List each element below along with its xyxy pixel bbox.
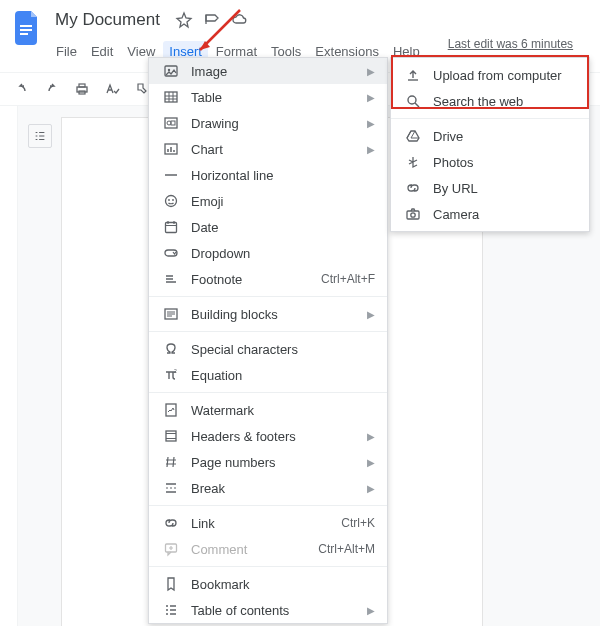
submenu-arrow-icon: ▶ bbox=[367, 605, 375, 616]
menu-item-label: Search the web bbox=[433, 94, 577, 109]
emoji-icon bbox=[163, 193, 179, 209]
menu-item-label: Bookmark bbox=[191, 577, 375, 592]
insert-item-date[interactable]: Date bbox=[149, 214, 387, 240]
insert-item-dropdown[interactable]: Dropdown bbox=[149, 240, 387, 266]
hr-icon bbox=[163, 167, 179, 183]
docs-logo-icon[interactable] bbox=[12, 8, 44, 48]
image-item-search-the-web[interactable]: Search the web bbox=[391, 88, 589, 114]
menu-item-label: Page numbers bbox=[191, 455, 355, 470]
menu-item-label: By URL bbox=[433, 181, 577, 196]
star-icon[interactable] bbox=[175, 11, 193, 29]
menu-item-label: Camera bbox=[433, 207, 577, 222]
pi-icon bbox=[163, 367, 179, 383]
insert-item-chart[interactable]: Chart▶ bbox=[149, 136, 387, 162]
insert-item-page-numbers[interactable]: Page numbers▶ bbox=[149, 449, 387, 475]
submenu-arrow-icon: ▶ bbox=[367, 92, 375, 103]
spellcheck-button[interactable] bbox=[102, 79, 122, 99]
insert-item-table-of-contents[interactable]: Table of contents▶ bbox=[149, 597, 387, 623]
menu-item-label: Drawing bbox=[191, 116, 355, 131]
insert-item-special-characters[interactable]: Special characters bbox=[149, 336, 387, 362]
insert-item-table[interactable]: Table▶ bbox=[149, 84, 387, 110]
submenu-arrow-icon: ▶ bbox=[367, 66, 375, 77]
menu-item-label: Building blocks bbox=[191, 307, 355, 322]
menu-item-label: Table of contents bbox=[191, 603, 355, 618]
submenu-arrow-icon: ▶ bbox=[367, 483, 375, 494]
search-icon bbox=[405, 93, 421, 109]
menu-item-label: Horizontal line bbox=[191, 168, 375, 183]
menu-item-label: Date bbox=[191, 220, 375, 235]
image-submenu: Upload from computerSearch the webDriveP… bbox=[390, 57, 590, 232]
menu-item-label: Break bbox=[191, 481, 355, 496]
menu-file[interactable]: File bbox=[50, 41, 83, 62]
print-button[interactable] bbox=[72, 79, 92, 99]
shortcut-hint: Ctrl+Alt+F bbox=[321, 272, 375, 286]
hash-icon bbox=[163, 454, 179, 470]
menu-item-label: Image bbox=[191, 64, 355, 79]
link-icon bbox=[163, 515, 179, 531]
submenu-arrow-icon: ▶ bbox=[367, 144, 375, 155]
upload-icon bbox=[405, 67, 421, 83]
insert-item-image[interactable]: Image▶ bbox=[149, 58, 387, 84]
insert-item-building-blocks[interactable]: Building blocks▶ bbox=[149, 301, 387, 327]
menu-item-label: Chart bbox=[191, 142, 355, 157]
table-icon bbox=[163, 89, 179, 105]
cloud-status-icon[interactable] bbox=[231, 11, 249, 29]
vertical-ruler bbox=[0, 106, 18, 626]
image-item-by-url[interactable]: By URL bbox=[391, 175, 589, 201]
bookmark-icon bbox=[163, 576, 179, 592]
blocks-icon bbox=[163, 306, 179, 322]
insert-item-link[interactable]: LinkCtrl+K bbox=[149, 510, 387, 536]
insert-item-watermark[interactable]: Watermark bbox=[149, 397, 387, 423]
shortcut-hint: Ctrl+Alt+M bbox=[318, 542, 375, 556]
camera-icon bbox=[405, 206, 421, 222]
insert-item-emoji[interactable]: Emoji bbox=[149, 188, 387, 214]
chart-icon bbox=[163, 141, 179, 157]
submenu-arrow-icon: ▶ bbox=[367, 118, 375, 129]
menu-item-label: Dropdown bbox=[191, 246, 375, 261]
menu-item-label: Footnote bbox=[191, 272, 309, 287]
image-item-camera[interactable]: Camera bbox=[391, 201, 589, 227]
watermark-icon bbox=[163, 402, 179, 418]
url-icon bbox=[405, 180, 421, 196]
insert-item-headers-footers[interactable]: Headers & footers▶ bbox=[149, 423, 387, 449]
insert-item-break[interactable]: Break▶ bbox=[149, 475, 387, 501]
shortcut-hint: Ctrl+K bbox=[341, 516, 375, 530]
headers-icon bbox=[163, 428, 179, 444]
insert-item-bookmark[interactable]: Bookmark bbox=[149, 571, 387, 597]
break-icon bbox=[163, 480, 179, 496]
image-icon bbox=[163, 63, 179, 79]
menu-item-label: Photos bbox=[433, 155, 577, 170]
submenu-arrow-icon: ▶ bbox=[367, 457, 375, 468]
undo-button[interactable] bbox=[12, 79, 32, 99]
menu-item-label: Emoji bbox=[191, 194, 375, 209]
menu-item-label: Link bbox=[191, 516, 329, 531]
insert-item-horizontal-line[interactable]: Horizontal line bbox=[149, 162, 387, 188]
move-icon[interactable] bbox=[203, 11, 221, 29]
menu-item-label: Headers & footers bbox=[191, 429, 355, 444]
image-item-photos[interactable]: Photos bbox=[391, 149, 589, 175]
insert-menu: Image▶Table▶Drawing▶Chart▶Horizontal lin… bbox=[148, 57, 388, 624]
menu-edit[interactable]: Edit bbox=[85, 41, 119, 62]
menu-item-label: Watermark bbox=[191, 403, 375, 418]
insert-item-footnote[interactable]: FootnoteCtrl+Alt+F bbox=[149, 266, 387, 292]
insert-item-comment: CommentCtrl+Alt+M bbox=[149, 536, 387, 562]
image-item-upload-from-computer[interactable]: Upload from computer bbox=[391, 62, 589, 88]
menu-item-label: Equation bbox=[191, 368, 375, 383]
menu-item-label: Upload from computer bbox=[433, 68, 577, 83]
insert-item-drawing[interactable]: Drawing▶ bbox=[149, 110, 387, 136]
submenu-arrow-icon: ▶ bbox=[367, 431, 375, 442]
toc-icon bbox=[163, 602, 179, 618]
document-title[interactable]: My Document bbox=[50, 8, 165, 32]
outline-toggle-button[interactable] bbox=[28, 124, 52, 148]
image-item-drive[interactable]: Drive bbox=[391, 123, 589, 149]
date-icon bbox=[163, 219, 179, 235]
menu-item-label: Table bbox=[191, 90, 355, 105]
redo-button[interactable] bbox=[42, 79, 62, 99]
photos-icon bbox=[405, 154, 421, 170]
insert-item-equation[interactable]: Equation bbox=[149, 362, 387, 388]
drawing-icon bbox=[163, 115, 179, 131]
drive-icon bbox=[405, 128, 421, 144]
menu-item-label: Drive bbox=[433, 129, 577, 144]
svg-rect-24 bbox=[20, 29, 32, 31]
omega-icon bbox=[163, 341, 179, 357]
